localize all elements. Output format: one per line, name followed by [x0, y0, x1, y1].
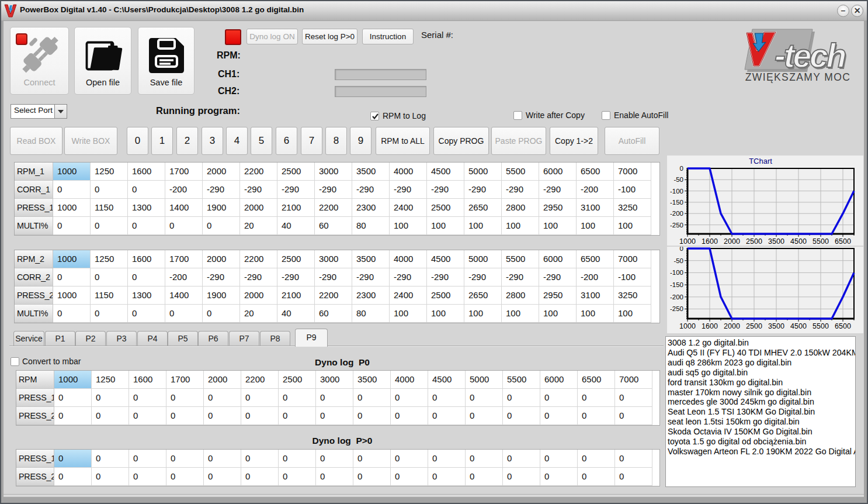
svg-text:0: 0 [680, 247, 683, 252]
svg-text:-50: -50 [673, 176, 683, 183]
svg-text:2500: 2500 [746, 322, 762, 330]
svg-text:5500: 5500 [813, 237, 829, 246]
svg-text:4500: 4500 [790, 322, 807, 330]
svg-text:6500: 6500 [835, 322, 851, 330]
svg-text:4500: 4500 [790, 237, 807, 246]
svg-text:-100: -100 [670, 188, 683, 195]
svg-text:1600: 1600 [702, 322, 718, 330]
svg-text:0: 0 [680, 165, 683, 172]
svg-text:-250: -250 [670, 305, 683, 312]
svg-text:-150: -150 [670, 199, 683, 206]
svg-text:1000: 1000 [679, 322, 696, 330]
svg-text:3500: 3500 [768, 237, 784, 246]
svg-text:2500: 2500 [746, 237, 762, 246]
svg-text:-200: -200 [670, 210, 683, 217]
svg-text:-100: -100 [670, 269, 683, 276]
svg-text:3500: 3500 [768, 322, 784, 330]
svg-text:-200: -200 [670, 294, 683, 301]
svg-text:-150: -150 [670, 281, 683, 288]
svg-text:TChart: TChart [749, 157, 772, 165]
svg-text:6500: 6500 [835, 237, 851, 246]
svg-text:-tech: -tech [775, 37, 846, 74]
svg-text:2000: 2000 [724, 237, 740, 246]
svg-text:1600: 1600 [702, 237, 718, 246]
svg-text:2000: 2000 [724, 322, 740, 330]
svg-text:-250: -250 [670, 222, 683, 229]
svg-text:-50: -50 [673, 257, 683, 264]
svg-text:5500: 5500 [813, 322, 829, 330]
svg-text:1000: 1000 [679, 237, 696, 246]
svg-text:ZWIĘKSZAMY MOC: ZWIĘKSZAMY MOC [745, 71, 851, 83]
